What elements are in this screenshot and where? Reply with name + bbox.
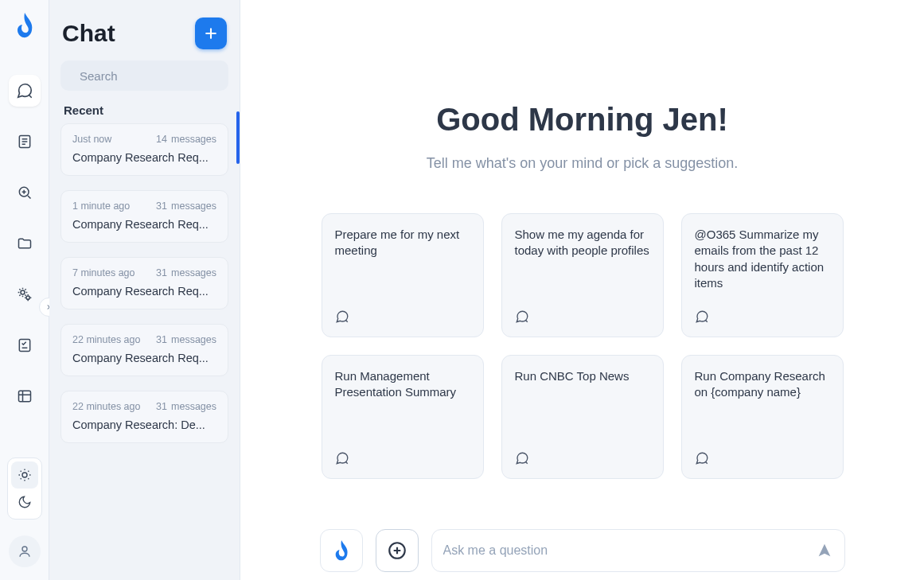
nav-checklist[interactable] [9, 329, 41, 361]
composer [240, 518, 924, 580]
suggestion-card[interactable]: Run Management Presentation Summary [322, 355, 484, 479]
recent-count-label: messages [171, 267, 216, 278]
suggestion-card[interactable]: Run CNBC Top News [501, 355, 664, 479]
suggestion-text: Run Management Presentation Summary [335, 368, 470, 401]
suggestion-card[interactable]: @O365 Summarize my emails from the past … [681, 213, 844, 337]
recent-count-label: messages [171, 200, 216, 212]
svg-point-6 [22, 473, 27, 477]
recent-item[interactable]: 22 minutes ago 31messages Company Resear… [60, 324, 228, 376]
recent-item[interactable]: 7 minutes ago 31messages Company Researc… [60, 257, 228, 309]
recent-title: Company Research Req... [72, 352, 216, 364]
chat-icon [515, 451, 650, 465]
brand-logo [10, 11, 39, 40]
suggestion-card[interactable]: Show me my agenda for today with people … [501, 213, 664, 337]
recents-search[interactable] [60, 60, 228, 91]
chat-icon [16, 82, 33, 99]
nav-settings[interactable] [9, 278, 41, 310]
chat-icon [695, 309, 830, 324]
nav-search[interactable] [9, 177, 41, 208]
recent-time: 22 minutes ago [72, 334, 140, 345]
recent-time: 1 minute ago [72, 200, 130, 212]
suggestion-text: @O365 Summarize my emails from the past … [695, 227, 830, 291]
main-panel: Good Morning Jen! Tell me what's on your… [240, 0, 924, 580]
recent-title: Company Research Req... [72, 151, 216, 164]
send-button[interactable] [816, 542, 833, 559]
recents-panel: Chat Recent Just now 14messages Company … [49, 0, 240, 580]
suggestion-text: Run Company Research on {company name} [695, 368, 830, 401]
nav-chat[interactable] [9, 75, 41, 107]
nav-notes[interactable] [9, 126, 41, 158]
recents-search-input[interactable] [80, 69, 231, 83]
nav-table[interactable] [9, 380, 41, 412]
table-icon [17, 388, 33, 404]
theme-toggle[interactable] [7, 457, 42, 520]
theme-light[interactable] [11, 461, 38, 489]
chat-icon [335, 451, 470, 465]
composer-input[interactable] [443, 543, 808, 558]
plus-icon [203, 25, 219, 41]
notes-icon [17, 134, 33, 150]
chat-icon [695, 451, 830, 465]
recent-time: 22 minutes ago [72, 401, 140, 412]
suggestion-text: Show me my agenda for today with people … [515, 227, 650, 259]
user-icon [18, 544, 32, 559]
recent-title: Company Research Req... [72, 218, 216, 231]
send-icon [816, 542, 833, 559]
composer-input-bar[interactable] [431, 529, 845, 572]
suggestion-card[interactable]: Prepare me for my next meeting [322, 213, 484, 337]
icon-rail [0, 0, 49, 580]
recent-count-label: messages [171, 401, 216, 412]
chat-icon [335, 309, 470, 324]
recent-count: 14 [156, 134, 167, 145]
flame-icon [334, 540, 349, 561]
suggestion-card[interactable]: Run Company Research on {company name} [681, 355, 844, 479]
recent-count-label: messages [171, 134, 216, 145]
greeting: Good Morning Jen! [272, 102, 892, 138]
recent-item[interactable]: 1 minute ago 31messages Company Research… [60, 190, 228, 243]
recent-count: 31 [156, 334, 167, 345]
recent-count-label: messages [171, 334, 216, 345]
svg-point-7 [22, 547, 27, 551]
svg-rect-4 [19, 340, 29, 352]
recent-count: 31 [156, 401, 167, 412]
theme-dark[interactable] [11, 489, 38, 516]
recents-title: Chat [62, 20, 115, 47]
sun-icon [18, 468, 32, 482]
recent-time: Just now [72, 134, 111, 145]
recent-title: Company Research: De... [72, 418, 216, 431]
new-chat-button[interactable] [195, 18, 227, 49]
suggestion-text: Prepare me for my next meeting [335, 227, 470, 259]
moon-icon [18, 495, 32, 509]
svg-rect-5 [18, 391, 30, 401]
composer-brand-chip[interactable] [320, 529, 363, 572]
plus-circle-icon [387, 540, 407, 561]
recent-item[interactable]: Just now 14messages Company Research Req… [60, 123, 228, 176]
svg-point-2 [21, 290, 25, 294]
scroll-indicator [236, 111, 240, 164]
composer-add-button[interactable] [376, 529, 419, 572]
search-zoom-icon [17, 185, 33, 200]
suggestion-cards: Prepare me for my next meeting Show me m… [240, 213, 924, 479]
recent-time: 7 minutes ago [72, 267, 135, 278]
recent-title: Company Research Req... [72, 285, 216, 298]
recent-count: 31 [156, 200, 167, 212]
folder-icon [17, 236, 33, 251]
recents-list: Just now 14messages Company Research Req… [49, 123, 240, 459]
recents-section-label: Recent [49, 102, 240, 123]
settings-gears-icon [17, 286, 33, 302]
profile-avatar[interactable] [9, 535, 41, 567]
recent-count: 31 [156, 267, 167, 278]
flame-icon [16, 13, 33, 38]
svg-point-3 [26, 296, 29, 299]
nav-folder[interactable] [9, 228, 41, 259]
checklist-icon [17, 337, 33, 353]
chat-icon [515, 309, 650, 324]
recent-item[interactable]: 22 minutes ago 31messages Company Resear… [60, 391, 228, 443]
suggestion-text: Run CNBC Top News [515, 368, 650, 384]
greeting-subtext: Tell me what's on your mind or pick a su… [272, 155, 892, 172]
